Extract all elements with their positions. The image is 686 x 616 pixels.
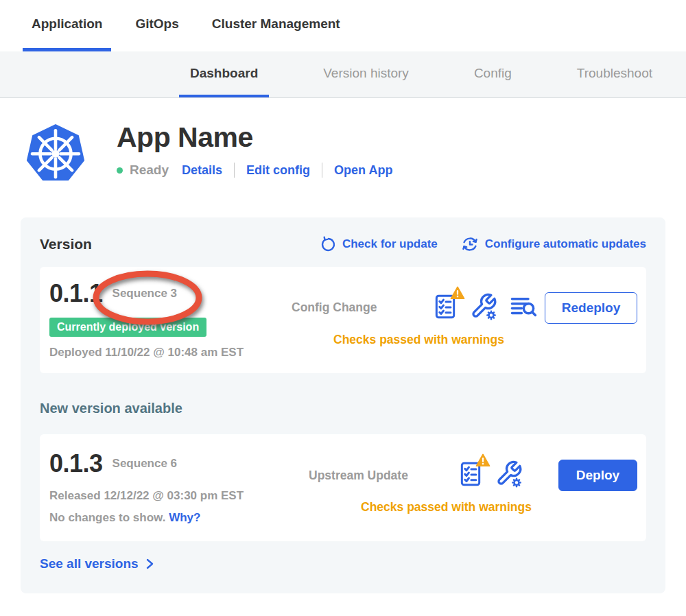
tab-dashboard[interactable]: Dashboard <box>179 51 269 97</box>
check-for-update-label: Check for update <box>342 237 438 251</box>
current-version-sequence: Sequence 3 <box>113 287 178 300</box>
tab-config[interactable]: Config <box>463 51 523 97</box>
sub-navigation: Dashboard Version history Config Trouble… <box>0 51 686 98</box>
status-badge: Ready <box>130 163 169 178</box>
preflight-checklist-icon[interactable] <box>432 292 458 324</box>
available-version-card: 0.1.3 Sequence 6 Released 12/12/22 @ 03:… <box>40 434 646 541</box>
released-timestamp: Released 12/12/22 @ 03:30 pm EST <box>49 489 286 503</box>
available-version-number: 0.1.3 <box>49 449 103 478</box>
preflight-checks-status: Checks passed with warnings <box>286 500 606 514</box>
details-link[interactable]: Details <box>182 163 222 178</box>
preflight-checks-status: Checks passed with warnings <box>286 333 552 347</box>
file-search-icon[interactable] <box>509 293 538 323</box>
why-link[interactable]: Why? <box>169 511 200 524</box>
preflight-checklist-icon[interactable] <box>458 460 484 491</box>
refresh-icon <box>319 236 336 253</box>
no-changes-text: No changes to show. <box>49 511 165 524</box>
version-source-label: Upstream Update <box>309 469 458 483</box>
wrench-gear-icon[interactable] <box>495 460 523 491</box>
ready-status-dot-icon <box>117 167 123 174</box>
wrench-gear-icon[interactable] <box>470 292 497 324</box>
app-header: App Name Ready Details Edit config Open … <box>24 119 686 185</box>
configure-automatic-updates-button[interactable]: Configure automatic updates <box>461 235 646 253</box>
warning-triangle-icon <box>475 453 490 467</box>
configure-automatic-updates-label: Configure automatic updates <box>485 237 646 251</box>
warning-triangle-icon <box>450 286 465 300</box>
currently-deployed-badge: Currently deployed version <box>49 318 206 337</box>
kubernetes-logo-icon <box>24 119 87 185</box>
see-all-versions-link[interactable]: See all versions <box>40 556 155 571</box>
available-version-sequence: Sequence 6 <box>113 457 178 471</box>
tab-application[interactable]: Application <box>23 0 111 51</box>
page-title: App Name <box>117 123 392 152</box>
version-panel: Version Check for update <box>21 217 665 593</box>
divider <box>322 163 322 178</box>
tab-version-history[interactable]: Version history <box>312 51 420 97</box>
current-version-card: 0.1.1 Sequence 3 Currently deployed vers… <box>40 267 646 373</box>
tab-gitops[interactable]: GitOps <box>126 0 187 51</box>
top-navigation: Application GitOps Cluster Management <box>0 0 686 51</box>
version-source-label: Config Change <box>292 300 432 315</box>
chevron-right-icon <box>144 558 155 570</box>
see-all-versions-label: See all versions <box>40 556 139 571</box>
check-for-update-button[interactable]: Check for update <box>319 236 438 253</box>
edit-config-link[interactable]: Edit config <box>246 163 310 178</box>
schedule-icon <box>461 235 479 253</box>
open-app-link[interactable]: Open App <box>334 163 392 178</box>
deployed-timestamp: Deployed 11/10/22 @ 10:48 am EST <box>49 346 286 359</box>
tab-cluster-management[interactable]: Cluster Management <box>203 0 349 51</box>
current-version-number: 0.1.1 <box>49 279 103 308</box>
new-version-heading: New version available <box>40 401 646 416</box>
redeploy-button[interactable]: Redeploy <box>545 292 637 324</box>
divider <box>234 163 235 178</box>
version-section-title: Version <box>40 236 92 252</box>
tab-troubleshoot[interactable]: Troubleshoot <box>566 51 663 97</box>
deploy-button[interactable]: Deploy <box>558 460 637 491</box>
